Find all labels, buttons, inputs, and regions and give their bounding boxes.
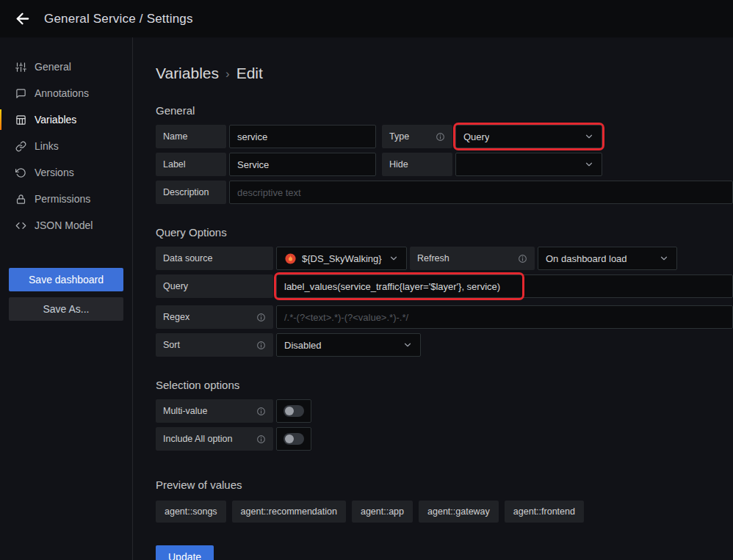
toggle-track <box>284 433 304 445</box>
arrow-left-icon <box>14 10 31 27</box>
settings-sidebar: General Annotations Variables Links Vers… <box>0 37 133 560</box>
label-label-text: Label <box>163 159 186 170</box>
chevron-down-icon <box>389 253 399 263</box>
description-label-text: Description <box>163 187 209 197</box>
type-label-text: Type <box>389 131 409 142</box>
type-label: Type <box>382 125 452 148</box>
sidebar-item-label: General <box>35 61 71 73</box>
info-icon[interactable] <box>256 407 266 416</box>
multi-value-row: Multi-value <box>156 399 733 423</box>
update-button[interactable]: Update <box>156 545 214 560</box>
multi-value-label-text: Multi-value <box>163 406 207 416</box>
toggle-knob <box>285 434 294 443</box>
preview-values: agent::songs agent::recommendation agent… <box>156 501 733 523</box>
preview-heading: Preview of values <box>156 479 733 491</box>
preview-value-pill: agent::app <box>352 501 413 523</box>
sidebar-item-label: JSON Model <box>35 219 93 231</box>
toggle-track <box>284 405 304 417</box>
preview-value-pill: agent::gateway <box>419 501 499 523</box>
history-icon <box>15 167 26 178</box>
info-icon[interactable] <box>256 313 266 322</box>
name-type-row: Name Type Query <box>156 125 733 148</box>
name-input[interactable] <box>229 125 376 148</box>
refresh-select[interactable]: On dashboard load <box>538 247 677 270</box>
sidebar-item-json-model[interactable]: JSON Model <box>0 212 132 239</box>
include-all-label-text: Include All option <box>163 434 233 444</box>
sort-select[interactable]: Disabled <box>276 333 421 357</box>
sort-label-text: Sort <box>163 340 180 350</box>
preview-value-pill: agent::frontend <box>505 501 584 523</box>
comment-icon <box>15 88 26 99</box>
sort-row: Sort Disabled <box>156 333 733 357</box>
data-source-label: Data source <box>156 247 273 270</box>
regex-row: Regex <box>156 305 733 329</box>
include-all-label: Include All option <box>156 427 273 451</box>
breadcrumb-separator: › <box>225 65 230 81</box>
sidebar-item-label: Links <box>35 140 59 152</box>
back-button[interactable] <box>10 7 35 32</box>
sliders-icon <box>15 62 26 73</box>
info-icon[interactable] <box>518 254 527 263</box>
general-section-heading: General <box>156 104 733 117</box>
query-input[interactable] <box>276 274 733 298</box>
save-as-button[interactable]: Save As... <box>9 297 123 321</box>
description-label: Description <box>156 181 226 204</box>
chevron-down-icon <box>402 340 413 350</box>
data-source-label-text: Data source <box>163 253 212 263</box>
label-input[interactable] <box>229 153 376 176</box>
regex-label-text: Regex <box>163 312 189 322</box>
breadcrumb: Variables › Edit <box>156 65 733 82</box>
page-title: General Service / Settings <box>44 12 193 26</box>
description-row: Description <box>156 181 733 204</box>
preview-value-pill: agent::songs <box>156 501 226 523</box>
link-icon <box>15 141 26 152</box>
type-select-value: Query <box>463 131 489 142</box>
query-row: Query <box>156 274 733 298</box>
chevron-down-icon <box>659 253 669 263</box>
include-all-row: Include All option <box>156 427 733 451</box>
sidebar-item-variables[interactable]: Variables <box>0 106 132 133</box>
regex-input[interactable] <box>276 305 733 329</box>
sidebar-item-links[interactable]: Links <box>0 133 132 159</box>
type-select[interactable]: Query <box>455 125 602 148</box>
sidebar-item-general[interactable]: General <box>0 54 132 80</box>
multi-value-toggle[interactable] <box>276 399 311 423</box>
hide-label-text: Hide <box>389 159 408 170</box>
refresh-label-text: Refresh <box>417 253 449 263</box>
breadcrumb-edit: Edit <box>236 65 263 82</box>
regex-label: Regex <box>156 305 273 329</box>
info-icon[interactable] <box>436 132 445 142</box>
name-label: Name <box>156 125 226 148</box>
label-hide-row: Label Hide <box>156 153 733 176</box>
code-icon <box>15 220 26 231</box>
sidebar-item-label: Annotations <box>35 87 89 99</box>
chevron-down-icon <box>584 159 594 170</box>
data-source-value: ${DS_SkyWalking} <box>302 253 382 264</box>
preview-value-pill: agent::recommendation <box>232 501 346 523</box>
hide-select[interactable] <box>455 153 602 176</box>
data-source-select[interactable]: ${DS_SkyWalking} <box>276 247 407 270</box>
save-dashboard-button[interactable]: Save dashboard <box>9 268 123 291</box>
description-input[interactable] <box>229 181 733 204</box>
info-icon[interactable] <box>256 341 266 350</box>
query-label: Query <box>156 274 273 298</box>
sidebar-item-annotations[interactable]: Annotations <box>0 80 132 106</box>
sidebar-item-versions[interactable]: Versions <box>0 159 132 186</box>
breadcrumb-variables[interactable]: Variables <box>156 65 219 82</box>
topbar: General Service / Settings <box>0 0 733 37</box>
query-label-text: Query <box>163 281 188 291</box>
datasource-refresh-row: Data source ${DS_SkyWalking} R <box>156 247 733 270</box>
query-options-heading: Query Options <box>156 226 733 239</box>
lock-icon <box>15 194 26 205</box>
sort-label: Sort <box>156 333 273 357</box>
datasource-flame-icon <box>284 252 297 265</box>
sidebar-item-permissions[interactable]: Permissions <box>0 186 132 212</box>
chevron-down-icon <box>584 131 594 142</box>
variable-editor: Variables › Edit General Name Type <box>133 37 733 560</box>
multi-value-label: Multi-value <box>156 399 273 423</box>
info-icon[interactable] <box>256 434 266 444</box>
label-label: Label <box>156 153 226 176</box>
include-all-toggle[interactable] <box>276 427 311 451</box>
sidebar-item-label: Permissions <box>35 193 90 205</box>
table-icon <box>15 114 26 126</box>
